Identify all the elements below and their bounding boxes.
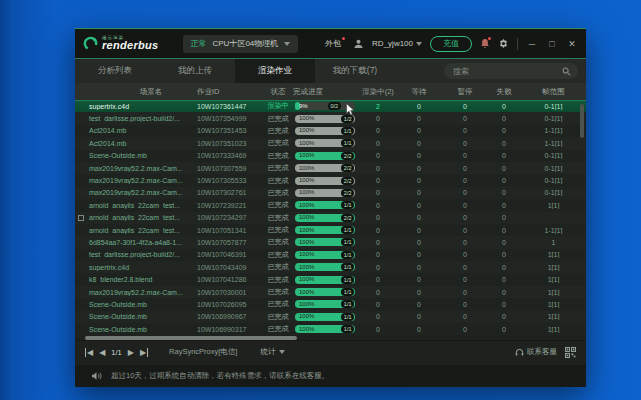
first-page-button[interactable]: ◀	[85, 348, 93, 357]
table-row[interactable]: 6d854aa7-30f1-4f2a-a4a8-1... 10W10705787…	[75, 236, 586, 248]
row-checkbox[interactable]	[78, 264, 84, 270]
column-header-6[interactable]: 暂停	[443, 87, 487, 97]
close-button[interactable]: ✕	[566, 38, 578, 50]
status-cell: 已完成	[263, 299, 293, 309]
outsource-link[interactable]: 外包	[325, 38, 345, 49]
vertical-scrollbar-thumb[interactable]	[580, 104, 584, 138]
recharge-button[interactable]: 充值	[430, 36, 472, 52]
table-row[interactable]: max2019vray52.2.max-Cam... 10W107305533 …	[75, 174, 586, 186]
table-row[interactable]: max2019vray52.2.max-Cam... 10W107302761 …	[75, 187, 586, 199]
table-row[interactable]: Scene-Outside.mb 10W106990317 已完成 100% 1…	[75, 323, 586, 335]
table-row[interactable]: Act2014.mb 10W107351023 已完成 100% 1/1 0 0…	[75, 137, 586, 149]
progress-percent: 100%	[299, 301, 314, 308]
notification-bell-icon[interactable]	[480, 38, 490, 49]
table-row[interactable]: test_darlisse.project-build2/... 10W1070…	[75, 249, 586, 261]
progress-bar: 100% 1/1	[295, 313, 355, 321]
maximize-button[interactable]: □	[546, 38, 558, 50]
column-header-1[interactable]: 作业ID	[197, 87, 263, 97]
progress-percent: 100%	[299, 165, 314, 172]
last-page-button[interactable]: ▶	[140, 348, 148, 357]
contact-support-button[interactable]: 联系客服	[515, 347, 557, 357]
tab-2[interactable]: 渲染作业	[235, 59, 315, 83]
row-checkbox[interactable]	[78, 314, 84, 320]
row-checkbox[interactable]	[78, 153, 84, 159]
rendering-count-cell: 0	[361, 202, 395, 209]
frame-range-cell: 1[1]	[521, 289, 586, 296]
next-page-button[interactable]: ▶	[128, 348, 134, 357]
scene-name-cell: test_darlisse.project-build2/...	[75, 251, 197, 258]
column-header-8[interactable]: 帧范围	[521, 87, 586, 97]
row-checkbox[interactable]	[78, 165, 84, 171]
table-row[interactable]: arnold_anaylis_22cam_test... 10W10723429…	[75, 212, 586, 224]
progress-cell: 100% 2/2	[293, 177, 361, 185]
search-input[interactable]	[451, 66, 558, 77]
table-row[interactable]: max2019vray52.2.max-Cam... 10W107307559 …	[75, 162, 586, 174]
paused-count-cell: 0	[443, 140, 487, 147]
column-header-4[interactable]: 渲染中(2)	[361, 87, 395, 97]
row-checkbox[interactable]	[78, 178, 84, 184]
row-checkbox[interactable]	[78, 190, 84, 196]
column-header-2[interactable]: 状态	[263, 87, 293, 97]
table-row[interactable]: Act2014.mb 10W107351453 已完成 100% 1/1 0 0…	[75, 125, 586, 137]
horizontal-scrollbar[interactable]	[75, 335, 586, 340]
zone-dropdown[interactable]: 正常 CPU十区04物理机	[183, 35, 299, 53]
frame-range-cell: 1[1]	[521, 251, 586, 258]
table-row[interactable]: test_darlisse.project-build2/... 10W1073…	[75, 112, 586, 124]
speaker-icon	[91, 371, 102, 381]
table-row[interactable]: arnold_anaylis_22cam_test... 10W10705134…	[75, 224, 586, 236]
row-checkbox[interactable]	[78, 103, 84, 109]
table-row[interactable]: Scene-Outside.mb 10W106990967 已完成 100% 1…	[75, 311, 586, 323]
tab-3[interactable]: 我的下载(7)	[315, 59, 395, 83]
row-checkbox[interactable]	[78, 140, 84, 146]
status-cell: 已完成	[263, 200, 293, 210]
tab-1[interactable]: 我的上传	[155, 59, 235, 83]
job-id-cell: 10W107305533	[197, 177, 263, 184]
table-row[interactable]: supertrix.c4d 10W107043409 已完成 100% 1/1 …	[75, 261, 586, 273]
column-header-7[interactable]: 失败	[487, 87, 521, 97]
account-menu[interactable]: RD_yjw100	[372, 39, 422, 48]
row-checkbox[interactable]	[78, 227, 84, 233]
table-row[interactable]: Scene-Outside.mb 10W107026095 已完成 100% 1…	[75, 298, 586, 310]
column-header-0[interactable]: 场景名	[75, 87, 197, 97]
horizontal-scrollbar-thumb[interactable]	[85, 336, 297, 340]
row-checkbox[interactable]	[78, 326, 84, 332]
table-row[interactable]: Scene-Outside.mb 10W107333469 已完成 100% 2…	[75, 150, 586, 162]
job-id-cell: 10W107057877	[197, 239, 263, 246]
notification-dot	[488, 37, 491, 40]
search-box[interactable]	[444, 63, 578, 79]
paused-count-cell: 0	[443, 152, 487, 159]
row-checkbox[interactable]	[78, 289, 84, 295]
column-header-3[interactable]: 完成进度	[293, 87, 361, 97]
progress-bar: 100% 1/1	[295, 201, 355, 209]
frame-range-cell: 1-1[1]	[521, 140, 586, 147]
table-row[interactable]: k8_blender2.8.blend 10W107041286 已完成 100…	[75, 273, 586, 285]
table-row[interactable]: arnold_anaylis_22cam_test... 10W10723922…	[75, 199, 586, 211]
row-checkbox[interactable]	[78, 215, 84, 221]
status-cell: 已完成	[263, 287, 293, 297]
progress-percent: 100%	[299, 264, 314, 271]
tab-0[interactable]: 分析列表	[75, 59, 155, 83]
column-header-5[interactable]: 等待	[395, 87, 443, 97]
row-checkbox[interactable]	[78, 128, 84, 134]
row-checkbox[interactable]	[78, 116, 84, 122]
row-checkbox[interactable]	[78, 301, 84, 307]
row-checkbox[interactable]	[78, 277, 84, 283]
minimize-button[interactable]: ─	[526, 38, 538, 50]
progress-percent: 9%	[299, 103, 308, 110]
table-row[interactable]: supertrix.c4d 10W107361447 渲染中 9% 0/2 2 …	[75, 100, 586, 112]
progress-fraction-badge: 2/2	[341, 152, 354, 160]
stats-dropdown[interactable]: 统计	[260, 347, 285, 357]
row-checkbox[interactable]	[78, 202, 84, 208]
row-checkbox[interactable]	[78, 252, 84, 258]
prev-page-button[interactable]: ◀	[99, 348, 105, 357]
transfer-engine-label[interactable]: RaySyncProxy[电信]	[169, 347, 237, 357]
frame-range-cell: 0-1[1]	[521, 177, 586, 184]
progress-fraction-badge: 2/2	[341, 189, 354, 197]
settings-gear-icon[interactable]	[498, 38, 509, 49]
waiting-count-cell: 0	[395, 202, 443, 209]
vertical-scrollbar[interactable]	[580, 104, 584, 214]
failed-count-cell: 0	[487, 189, 521, 196]
qr-code-icon[interactable]	[565, 347, 576, 358]
table-row[interactable]: max2019vray52.2.max-Cam... 10W107030001 …	[75, 286, 586, 298]
row-checkbox[interactable]	[78, 239, 84, 245]
